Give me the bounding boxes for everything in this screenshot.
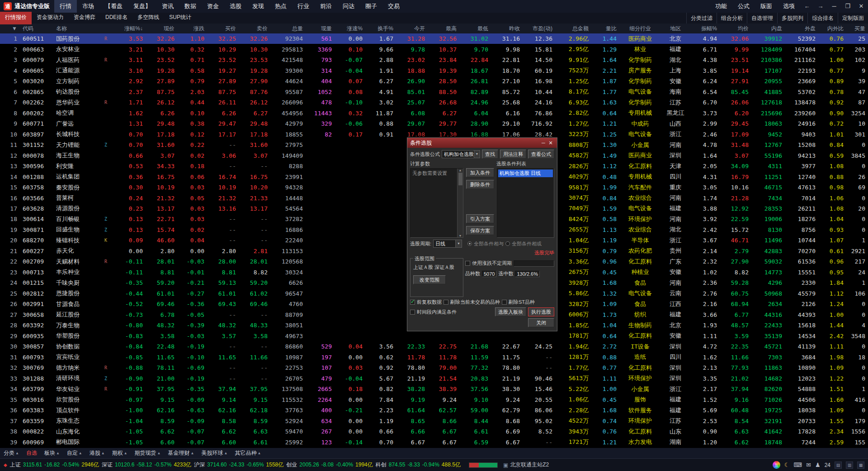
scroll-thumb[interactable] [458,173,462,185]
bottom-tab-9[interactable]: 其它品种▲ [231,449,264,457]
right-menu-item-0[interactable]: 功能 [710,0,732,13]
tool-item-1[interactable]: 资金驱动力 [32,12,69,24]
col-header-chg[interactable]: 涨跌 [177,25,207,33]
dialog-minimize-icon[interactable]: ─ [540,140,547,146]
table-row[interactable]: 31600793宜宾纸业-0.8511.65-0.1011.6511.66109… [0,352,868,363]
menu-item-9[interactable]: 热点 [269,0,292,13]
nav-forward-icon[interactable]: → [814,0,827,13]
find-button[interactable]: 查找 [482,150,498,159]
col-header-pe[interactable]: 市盈(动) [523,25,555,33]
table-row[interactable]: 34603799华友钴业R-0.9137.95-0.3537.9437.9513… [0,384,868,394]
tool-right-item-3[interactable]: 多股同列 [777,13,807,24]
tool-item-3[interactable]: DDE排名 [100,12,132,24]
col-header-sell[interactable]: 卖价 [239,25,270,33]
server-status[interactable]: ▣ 北京联通主站Z2 [503,461,549,469]
menu-item-8[interactable]: 发现 [247,0,269,13]
col-header-region[interactable]: 地区 [661,25,690,33]
minimize-icon[interactable]: ─ [827,0,841,13]
table-row[interactable]: 38000822山东海化-1.056.62-0.076.626.63594702… [0,426,868,437]
add-condition-button[interactable]: 加入条件 [466,168,494,177]
table-row[interactable]: 36603383顶点软件-1.0062.16-0.6362.1662.18377… [0,405,868,415]
view-formula-button[interactable]: 查看公式 [528,150,554,159]
five-strategy-logo-icon[interactable]: 五 [773,461,780,469]
table-row[interactable]: 1600511国药股份R3.5332.261.1032.2532.2692304… [0,33,868,44]
layout-button-1[interactable]: ▥ [846,462,853,469]
menu-item-5[interactable]: 数据 [179,0,202,13]
bottom-tab-6[interactable]: 期货现货▲ [131,449,165,457]
right-menu-item-2[interactable]: 版面 [755,0,778,13]
col-header-buy[interactable]: 买价 [207,25,239,33]
col-header-pct[interactable]: 涨幅%↓ [111,25,146,33]
bottom-tab-8[interactable]: 美股环球▲ [198,449,231,457]
moon-icon[interactable]: ☾ [784,462,790,468]
table-row[interactable]: 8600202哈空调1.626.260.106.266.274549561144… [0,108,868,118]
dialog-title-bar[interactable]: 条件选股 ─ ✕ [407,138,557,148]
menu-item-0[interactable]: 行情 [54,0,77,13]
table-row[interactable]: 39600969郴电国际-1.056.60-0.076.606.61259921… [0,437,868,447]
radio-all-and[interactable]: 全部条件相与 [467,240,504,247]
tool-right-item-4[interactable]: 综合排名 [807,13,838,24]
pick-to-block-button[interactable]: 选股入板块 [495,307,526,316]
scroll-up-icon[interactable]: ▲ [459,169,462,172]
table-row[interactable]: 4600605汇通能源3.1019.280.5819.2719.28393003… [0,65,868,75]
condition-list[interactable]: 机构加仓选股 日线 [497,168,554,238]
menu-item-2[interactable]: 【看盘 [99,0,128,13]
tool-item-0[interactable]: 行情报价 [0,12,32,24]
execute-pick-button[interactable]: 执行选股 [528,307,554,316]
menu-item-3[interactable]: 复盘】 [128,0,156,13]
col-header-code[interactable]: 代码 [20,25,53,33]
layout-button-2[interactable]: ▦ [857,462,864,469]
table-row[interactable]: 29600935华塑股份-0.833.58-0.033.573.58496731… [0,331,868,341]
index-quote-2[interactable]: 沪深3714.60-24.33-0.65%1558亿 [194,461,283,469]
table-row[interactable]: 7002262恩华药业R1.7126.120.4426.1126.1226609… [0,97,868,108]
bottom-tab-2[interactable]: 板块▲ [41,449,63,457]
table-row[interactable]: 35003016欣贺股份-0.979.15-0.099.149.15115532… [0,394,868,405]
formula-select[interactable]: 机构加仓选股 - ▼ [442,150,480,158]
menu-item-13[interactable]: 圈子 [360,0,382,13]
index-quote-0[interactable]: 上证3115.61-16.82-0.54%2946亿 [10,461,99,469]
forward-adjust-checkbox[interactable]: 前复权数据 [410,299,442,306]
tool-right-item-5[interactable]: 定制版面 [838,13,868,24]
table-row[interactable]: 30300857协创数据-0.8422.48-0.19----868605290… [0,341,868,352]
updown-period-field[interactable] [514,260,554,267]
tool-item-2[interactable]: 资金博弈 [69,12,100,24]
user-icon[interactable]: ♟ [815,462,821,468]
menu-item-14[interactable]: 交易 [382,0,405,13]
right-menu-item-3[interactable]: 选项 [778,0,800,13]
bottom-tab-4[interactable]: 港股▲ [86,449,108,457]
col-header-low[interactable]: 最低 [459,25,491,33]
index-quote-3[interactable]: 创业2005.26-8.08-0.40%1994亿 [286,461,373,469]
save-scheme-button[interactable]: 保存方案 [466,226,494,235]
delete-condition-button[interactable]: 删除条件 [466,180,494,189]
table-row[interactable]: 33301288清研环境Z-0.9021.00-0.19----26705479… [0,373,868,384]
time-range-checkbox[interactable]: 时间段内满足条件 [410,309,457,316]
col-header-name[interactable]: 名称 [53,25,100,33]
menu-item-7[interactable]: 选股 [224,0,247,13]
col-header-amount[interactable]: 总金额 [555,25,591,33]
radio-all-or[interactable]: 全部条件相或 [505,240,542,247]
col-header-lb[interactable]: 量比 [591,25,619,33]
table-row[interactable]: 2000663永安林业3.2110.300.3210.2910.30295813… [0,44,868,54]
col-header-inner[interactable]: 内盘 [751,25,785,33]
tool-item-5[interactable]: SUP统计 [164,12,196,24]
condition-list-item[interactable]: 机构加仓选股 日线 [498,170,553,177]
col-header-cur[interactable]: 现量 [306,25,335,33]
col-header-buyvol[interactable]: 买量 [846,25,868,33]
exclude-st-checkbox[interactable]: 剔除ST品种 [502,299,535,306]
col-header-ratio[interactable]: 内外比 [818,25,846,33]
col-header-avg[interactable]: 均价 [720,25,751,33]
maximize-icon[interactable]: ❐ [841,0,854,13]
menu-item-1[interactable]: 市场 [77,0,99,13]
message-icon[interactable]: ✉ [806,462,811,468]
col-header-price[interactable]: 现价 [146,25,177,33]
menu-item-10[interactable]: 行业 [292,0,315,13]
bottom-tab-5[interactable]: 期权▲ [108,449,131,457]
layout-button-0[interactable]: ▤ [835,462,842,469]
bottom-tab-3[interactable]: 自定▲ [63,449,86,457]
import-scheme-button[interactable]: 引入方案 [466,214,494,223]
tool-right-item-2[interactable]: 自选管理 [747,13,777,24]
table-row[interactable]: 9600771广誉远1.3129.480.3829.4729.484297932… [0,118,868,129]
right-menu-item-1[interactable]: 公式 [732,0,755,13]
col-header-vol[interactable]: 总量 [270,25,306,33]
scroll-down-icon[interactable]: ▼ [459,234,462,237]
